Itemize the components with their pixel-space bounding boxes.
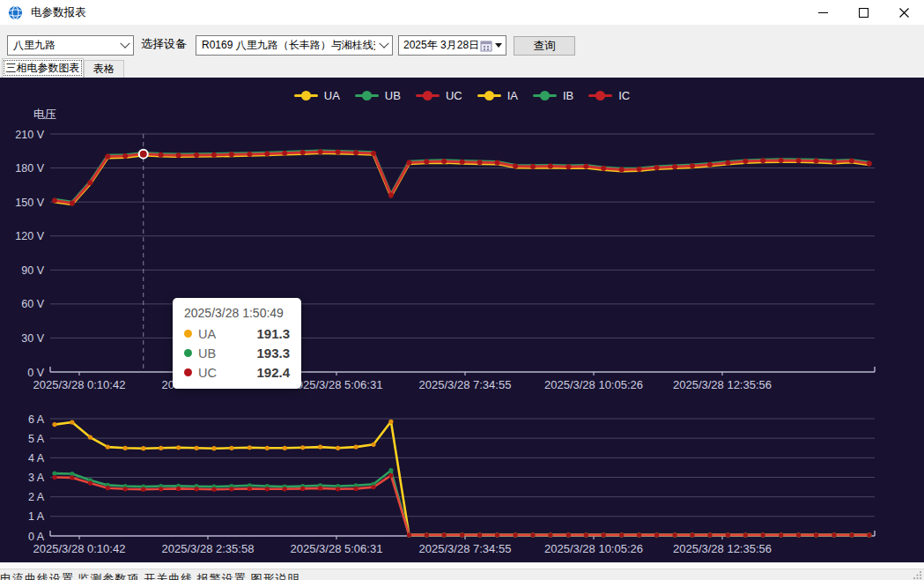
hover-highlight-point <box>139 150 148 159</box>
series-ic <box>55 475 869 535</box>
maximize-icon <box>859 8 869 18</box>
series-ib <box>55 471 869 535</box>
device-select-value: R0169 八里九路（长丰路）与湘桂线交 <box>202 38 375 53</box>
calendar-icon <box>480 40 492 52</box>
query-button[interactable]: 查询 <box>514 36 575 56</box>
svg-text:2025/3/28 10:05:26: 2025/3/28 10:05:26 <box>544 542 643 555</box>
legend-marker-icon <box>355 91 379 100</box>
chevron-down-icon <box>120 38 129 48</box>
svg-text:180 V: 180 V <box>15 162 44 175</box>
legend-item-ub[interactable]: UB <box>355 89 401 102</box>
voltage-chart: 210 V180 V150 V120 V90 V60 V30 V0 V2025/… <box>15 129 875 392</box>
svg-text:2025/3/28 2:35:58: 2025/3/28 2:35:58 <box>162 542 255 555</box>
window-title: 电参数报表 <box>31 5 86 20</box>
tab-three-phase-chart[interactable]: 三相电参数图表 <box>2 58 84 78</box>
charts-svg[interactable]: 210 V180 V150 V120 V90 V60 V30 V0 V2025/… <box>0 78 924 562</box>
legend-marker-icon <box>477 91 501 100</box>
svg-text:150 V: 150 V <box>15 197 44 209</box>
title-bar: 电参数报表 <box>0 0 924 25</box>
svg-text:6 A: 6 A <box>28 413 45 426</box>
svg-text:90 V: 90 V <box>21 264 44 277</box>
legend-item-ic[interactable]: IC <box>588 89 630 102</box>
series-ub <box>55 151 869 202</box>
legend-marker-icon <box>294 91 318 100</box>
tooltip-row-ub: UB193.3 <box>184 346 290 361</box>
svg-text:120 V: 120 V <box>15 230 44 242</box>
legend-item-ua[interactable]: UA <box>294 89 340 102</box>
svg-text:3 A: 3 A <box>28 472 45 484</box>
line-select[interactable]: 八里九路 <box>7 35 134 56</box>
legend-item-ia[interactable]: IA <box>477 89 518 102</box>
tooltip-row-ua: UA191.3 <box>184 326 290 341</box>
legend-item-uc[interactable]: UC <box>416 89 462 102</box>
tooltip-timestamp: 2025/3/28 1:50:49 <box>184 306 290 320</box>
svg-text:60 V: 60 V <box>21 298 44 310</box>
svg-text:1 A: 1 A <box>28 510 45 523</box>
background-window-strip: 电流曲线设置 监测参数项 开关曲线 报警设置 图形说明 <box>0 569 924 580</box>
svg-text:2025/3/28 7:34:55: 2025/3/28 7:34:55 <box>419 542 512 555</box>
chart-legend: UAUBUCIAIBIC <box>0 89 924 102</box>
toolbar: 八里九路 选择设备 R0169 八里九路（长丰路）与湘桂线交 2025年 3月2… <box>0 25 924 58</box>
app-window: 电参数报表 八里九路 选择设备 R0169 八里九路（长丰路）与湘桂线交 202… <box>0 0 924 580</box>
legend-marker-icon <box>533 91 557 100</box>
close-button[interactable] <box>883 0 924 25</box>
date-picker[interactable]: 2025年 3月28日 <box>398 35 506 56</box>
svg-text:2025/3/28 12:35:56: 2025/3/28 12:35:56 <box>673 542 772 555</box>
current-chart: 6 A5 A4 A3 A2 A1 A0 A2025/3/28 0:10:4220… <box>28 413 875 556</box>
line-select-value: 八里九路 <box>13 38 55 53</box>
svg-text:30 V: 30 V <box>21 332 44 345</box>
svg-text:2025/3/28 0:10:42: 2025/3/28 0:10:42 <box>33 542 126 555</box>
tab-strip: 三相电参数图表 表格 <box>0 58 924 78</box>
close-icon <box>899 8 909 18</box>
minimize-button[interactable] <box>802 0 843 25</box>
svg-text:4 A: 4 A <box>28 452 45 465</box>
svg-text:0 V: 0 V <box>27 367 44 379</box>
chart-tooltip: 2025/3/28 1:50:49 UA191.3UB193.3UC192.4 <box>173 298 301 389</box>
svg-text:2 A: 2 A <box>28 491 45 503</box>
resize-grip-icon[interactable] <box>913 570 922 579</box>
device-select-label: 选择设备 <box>141 36 187 52</box>
tooltip-row-uc: UC192.4 <box>184 365 290 380</box>
svg-text:5 A: 5 A <box>28 433 45 445</box>
maximize-button[interactable] <box>843 0 883 25</box>
legend-marker-icon <box>416 91 440 100</box>
svg-text:2025/3/28 0:10:42: 2025/3/28 0:10:42 <box>33 378 126 391</box>
tab-table[interactable]: 表格 <box>84 60 124 78</box>
date-picker-value: 2025年 3月28日 <box>403 38 480 53</box>
voltage-chart-title: 电压 <box>33 107 56 123</box>
legend-item-ib[interactable]: IB <box>533 89 573 102</box>
chart-panel: UAUBUCIAIBIC 电压 210 V180 V150 V120 V90 V… <box>0 78 924 562</box>
minimize-icon <box>818 12 828 13</box>
svg-text:0 A: 0 A <box>28 531 45 543</box>
svg-text:2025/3/28 7:34:55: 2025/3/28 7:34:55 <box>419 378 512 391</box>
device-select[interactable]: R0169 八里九路（长丰路）与湘桂线交 <box>196 35 393 56</box>
dropdown-arrow-icon <box>495 43 502 48</box>
chevron-down-icon <box>379 38 388 48</box>
svg-text:2025/3/28 10:05:26: 2025/3/28 10:05:26 <box>544 378 643 391</box>
svg-text:2025/3/28 12:35:56: 2025/3/28 12:35:56 <box>673 378 772 391</box>
svg-text:210 V: 210 V <box>15 129 44 141</box>
window-bottom-border <box>0 562 924 569</box>
background-window-clipped-text: 电流曲线设置 监测参数项 开关曲线 报警设置 图形说明 <box>0 571 299 580</box>
svg-text:2025/3/28 5:06:31: 2025/3/28 5:06:31 <box>291 542 383 555</box>
legend-marker-icon <box>588 91 612 100</box>
app-logo-icon <box>8 5 23 20</box>
svg-text:2025/3/28 5:06:31: 2025/3/28 5:06:31 <box>291 378 383 391</box>
